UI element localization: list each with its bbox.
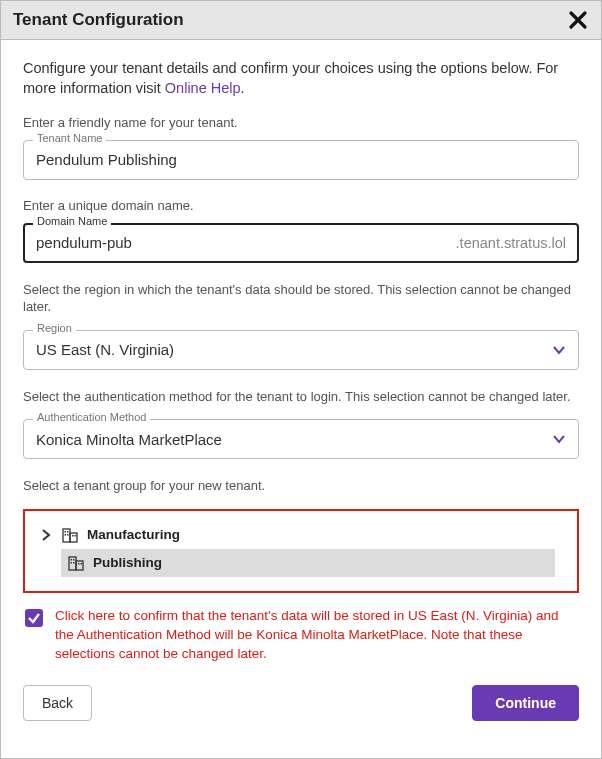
tree-item-label: Publishing [93,555,162,570]
confirm-checkbox[interactable] [25,609,43,627]
dialog-body: Configure your tenant details and confir… [1,40,601,758]
confirm-text: Click here to confirm that the tenant's … [55,607,577,664]
tenant-name-value: Pendulum Publishing [36,151,177,168]
domain-suffix: .tenant.stratus.lol [456,235,566,251]
svg-rect-8 [69,557,76,570]
dialog-title: Tenant Configuration [13,10,184,30]
svg-rect-3 [67,531,69,533]
chevron-down-icon [552,432,566,446]
region-label: Region [33,322,76,334]
auth-help: Select the authentication method for the… [23,388,579,406]
svg-rect-11 [73,559,75,561]
svg-rect-12 [71,562,73,564]
close-icon[interactable] [567,9,589,31]
svg-rect-15 [81,563,83,565]
region-value: US East (N. Virginia) [36,341,174,358]
confirm-row: Click here to confirm that the tenant's … [23,607,579,664]
svg-rect-5 [67,534,69,536]
chevron-down-icon [552,343,566,357]
intro-text: Configure your tenant details and confir… [23,58,579,99]
back-button[interactable]: Back [23,685,92,721]
tenant-name-help: Enter a friendly name for your tenant. [23,115,579,130]
tenant-group-tree: Manufacturing Publishing [23,509,579,593]
auth-field[interactable]: Authentication Method Konica Minolta Mar… [23,419,579,459]
svg-rect-7 [75,535,77,537]
region-field[interactable]: Region US East (N. Virginia) [23,330,579,370]
chevron-right-icon[interactable] [39,529,53,541]
dialog-titlebar: Tenant Configuration [1,1,601,40]
region-help: Select the region in which the tenant's … [23,281,579,316]
tenant-name-label: Tenant Name [33,132,106,144]
svg-rect-10 [71,559,73,561]
tree-item-manufacturing[interactable]: Manufacturing [33,521,569,549]
tenant-config-dialog: Tenant Configuration Configure your tena… [0,0,602,759]
group-help: Select a tenant group for your new tenan… [23,477,579,495]
continue-button[interactable]: Continue [472,685,579,721]
svg-rect-6 [72,535,74,537]
domain-field[interactable]: Domain Name pendulum-pub .tenant.stratus… [23,223,579,263]
tree-item-publishing[interactable]: Publishing [61,549,555,577]
domain-label: Domain Name [33,215,111,227]
tenant-name-field[interactable]: Tenant Name Pendulum Publishing [23,140,579,180]
svg-rect-13 [73,562,75,564]
svg-rect-14 [78,563,80,565]
online-help-link[interactable]: Online Help [165,80,241,96]
tree-item-label: Manufacturing [87,527,180,542]
intro-prefix: Configure your tenant details and confir… [23,60,558,96]
domain-help: Enter a unique domain name. [23,198,579,213]
svg-rect-4 [65,534,67,536]
building-icon [67,554,85,572]
auth-value: Konica Minolta MarketPlace [36,431,222,448]
svg-rect-1 [70,533,77,542]
svg-rect-0 [63,529,70,542]
domain-value: pendulum-pub [36,234,132,251]
auth-label: Authentication Method [33,411,150,423]
intro-suffix: . [241,80,245,96]
dialog-footer: Back Continue [23,685,579,721]
svg-rect-9 [76,561,83,570]
building-icon [61,526,79,544]
svg-rect-2 [65,531,67,533]
